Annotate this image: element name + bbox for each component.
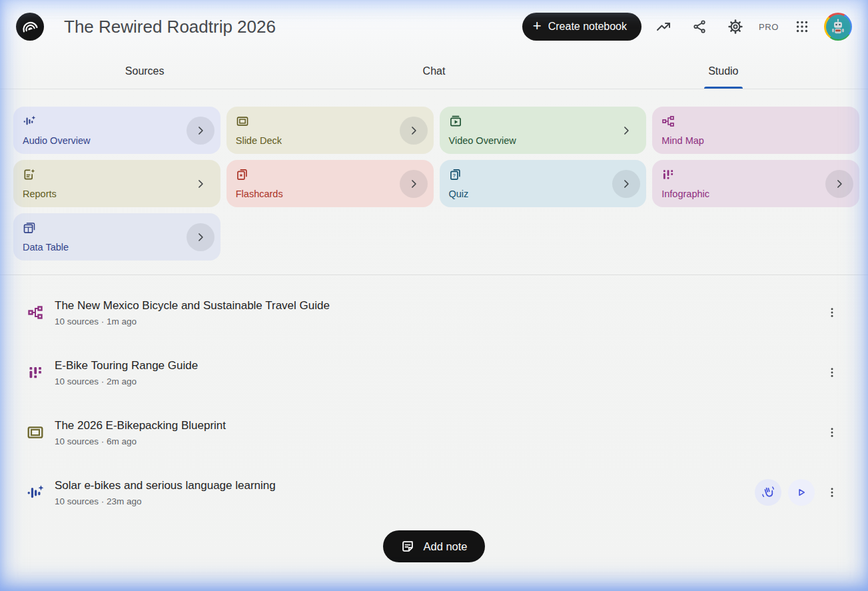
active-tab-underline [704, 87, 743, 89]
logo-arcs-icon [21, 18, 39, 35]
tab-sources[interactable]: Sources [0, 53, 289, 89]
settings-gear-icon[interactable] [721, 13, 749, 41]
notebooklm-logo[interactable] [16, 13, 44, 41]
card-label: Quiz [449, 189, 638, 199]
tab-studio-label: Studio [708, 65, 738, 77]
list-item-audio-overview[interactable]: Solar e-bikes and serious language learn… [27, 470, 843, 514]
audio-waveform-sparkle-icon [27, 484, 44, 501]
card-label: Reports [23, 189, 211, 199]
tab-chat[interactable]: Chat [289, 53, 578, 89]
card-label: Audio Overview [23, 135, 211, 146]
more-options-kebab-icon[interactable] [821, 299, 843, 326]
card-label: Slide Deck [236, 135, 424, 146]
card-flashcards[interactable]: Flashcards [226, 160, 434, 207]
artifact-meta: 10 sources · 1m ago [55, 316, 330, 326]
card-label: Mind Map [661, 135, 850, 146]
artifact-meta: 10 sources · 2m ago [55, 376, 198, 386]
trending-icon[interactable] [650, 13, 677, 41]
play-icon[interactable] [788, 479, 815, 506]
flashcards-star-icon [236, 168, 249, 181]
chevron-right-icon[interactable] [612, 170, 640, 198]
card-label: Data Table [23, 242, 211, 253]
slide-deck-icon [236, 115, 249, 128]
artifact-list: The New Mexico Bicycle and Sustainable T… [0, 275, 868, 514]
chevron-right-icon[interactable] [400, 117, 428, 145]
plus-icon: + [533, 19, 542, 33]
tab-sources-label: Sources [125, 65, 165, 77]
share-icon[interactable] [685, 13, 713, 41]
more-options-kebab-icon[interactable] [821, 419, 843, 446]
add-note-wrap: Add note [0, 530, 868, 562]
infographic-bars-icon [27, 364, 44, 380]
slide-deck-icon [27, 424, 44, 441]
list-item-mind-map[interactable]: The New Mexico Bicycle and Sustainable T… [27, 291, 843, 334]
artifact-meta: 10 sources · 6m ago [55, 436, 226, 446]
data-table-icon [23, 221, 36, 235]
chevron-right-icon[interactable] [187, 223, 215, 251]
artifact-title: The 2026 E-Bikepacking Blueprint [55, 419, 226, 432]
report-sparkle-icon [23, 168, 36, 181]
card-mind-map[interactable]: Mind Map [652, 107, 859, 154]
card-data-table[interactable]: Data Table [13, 213, 220, 261]
video-overview-icon [449, 115, 462, 128]
tab-chat-label: Chat [423, 65, 446, 77]
audio-waveform-sparkle-icon [23, 115, 36, 128]
more-options-kebab-icon[interactable] [821, 359, 843, 386]
mind-map-icon [661, 115, 675, 128]
artifact-title: Solar e-bikes and serious language learn… [55, 479, 276, 492]
mind-map-icon [27, 304, 44, 320]
notebook-title[interactable]: The Rewired Roadtrip 2026 [64, 17, 276, 37]
artifact-title: The New Mexico Bicycle and Sustainable T… [55, 299, 330, 312]
interactive-mode-hand-icon[interactable] [755, 479, 781, 506]
chevron-right-icon[interactable] [825, 170, 853, 198]
card-label: Flashcards [236, 189, 424, 199]
pro-badge: PRO [759, 22, 779, 32]
header-actions: + Create notebook [522, 13, 852, 41]
account-avatar[interactable] [824, 13, 852, 41]
create-notebook-button[interactable]: + Create notebook [522, 13, 642, 41]
card-infographic[interactable]: Infographic [652, 160, 859, 207]
quiz-cards-icon: ? [449, 168, 462, 181]
artifact-title: E-Bike Touring Range Guide [55, 359, 198, 372]
apps-grid-icon[interactable] [788, 13, 816, 41]
card-label: Infographic [661, 189, 850, 199]
chevron-right-icon[interactable] [612, 117, 640, 145]
card-slide-deck[interactable]: Slide Deck [226, 107, 434, 154]
chevron-right-icon[interactable] [187, 117, 215, 145]
create-notebook-label: Create notebook [548, 21, 627, 33]
list-item-slide-deck[interactable]: The 2026 E-Bikepacking Blueprint 10 sour… [27, 410, 843, 454]
studio-card-grid: Audio Overview Slide Deck Video Overview [0, 89, 868, 261]
card-audio-overview[interactable]: Audio Overview [13, 107, 220, 154]
card-label: Video Overview [449, 135, 638, 146]
note-icon [400, 539, 415, 554]
more-options-kebab-icon[interactable] [821, 479, 843, 506]
add-note-button[interactable]: Add note [383, 530, 484, 562]
infographic-bars-icon [661, 168, 675, 181]
card-reports[interactable]: Reports [13, 160, 220, 207]
avatar-robot-image [826, 15, 851, 39]
chevron-right-icon[interactable] [187, 170, 215, 198]
chevron-right-icon[interactable] [400, 170, 428, 198]
tab-studio[interactable]: Studio [579, 53, 868, 89]
card-quiz[interactable]: ? Quiz [440, 160, 647, 207]
notebook-tabs: Sources Chat Studio [0, 53, 868, 89]
card-video-overview[interactable]: Video Overview [440, 107, 647, 154]
top-bar: The Rewired Roadtrip 2026 + Create noteb… [0, 0, 868, 53]
add-note-label: Add note [423, 540, 467, 553]
list-item-infographic[interactable]: E-Bike Touring Range Guide 10 sources · … [27, 350, 843, 394]
artifact-meta: 10 sources · 23m ago [55, 496, 276, 506]
svg-text:?: ? [452, 173, 456, 179]
